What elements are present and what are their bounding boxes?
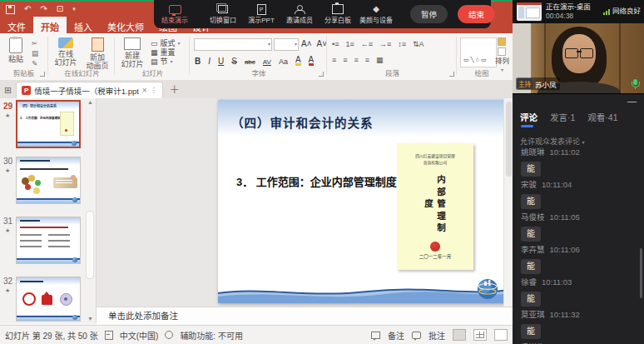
- animation-star-icon: ★: [5, 167, 10, 174]
- new-slide-button[interactable]: 新建 幻灯片: [118, 37, 146, 68]
- strikethrough-icon[interactable]: S: [231, 57, 237, 66]
- end-meeting-button[interactable]: 结束: [458, 5, 495, 23]
- document-tab[interactable]: P 情境一子情境一（税审计1.ppt × ⋮: [16, 82, 162, 98]
- font-dialog-launcher[interactable]: [319, 72, 324, 77]
- bold-icon[interactable]: B: [195, 57, 201, 66]
- online-slides-button[interactable]: 在线 幻灯片: [52, 37, 80, 67]
- screen-share-preview[interactable]: [517, 2, 542, 21]
- slide-thumbnail-32[interactable]: [16, 277, 81, 322]
- slide-thumbnail-31[interactable]: [16, 217, 81, 264]
- undo-icon[interactable]: ↶: [24, 5, 31, 13]
- paste-button[interactable]: 粘贴: [3, 37, 28, 63]
- internal-rules-document-image[interactable]: 四川红云建设项目管理 咨询有限公司 内部管理制度 二〇一二年一月: [397, 143, 473, 270]
- active-tab-underline: [521, 125, 533, 127]
- indent-right-icon[interactable]: →≡: [379, 40, 391, 48]
- section-button[interactable]: ▤ 节▾: [151, 57, 181, 66]
- end-show-button[interactable]: 结束演示: [161, 4, 189, 24]
- normal-view-button[interactable]: [453, 329, 466, 341]
- paste-icon: [9, 37, 22, 53]
- tab-comments[interactable]: 评论: [520, 111, 537, 123]
- tab-viewers[interactable]: 观看·41: [587, 111, 617, 123]
- char-spacing-icon[interactable]: AV: [263, 58, 271, 66]
- indent-left-icon[interactable]: ←≡: [361, 40, 373, 48]
- line-spacing-icon[interactable]: ↕≡: [398, 40, 406, 48]
- notes-toggle[interactable]: 备注: [388, 329, 404, 342]
- cut-icon[interactable]: ✂: [32, 39, 38, 47]
- align-left-icon[interactable]: ≡: [332, 56, 336, 64]
- bullets-icon[interactable]: •≡: [332, 40, 339, 48]
- slide-title[interactable]: （四）审计和会计的关系: [231, 113, 374, 131]
- doc-vertical-title: 内部管理制度: [423, 170, 448, 240]
- tab-speaking[interactable]: 发言·1: [550, 111, 575, 123]
- comments-toggle[interactable]: 批注: [429, 329, 445, 342]
- slide-sorter-view-button[interactable]: [473, 329, 487, 341]
- tab-beautify[interactable]: 美化大师: [100, 17, 151, 33]
- notes-panel[interactable]: 单击此处添加备注: [97, 307, 513, 326]
- spellcheck-icon[interactable]: [105, 331, 113, 340]
- tab-list-icon[interactable]: ⊞: [4, 85, 12, 96]
- thumb-logo-graphic: [22, 292, 36, 306]
- allow-comments-dropdown[interactable]: 允许观众发表评论 ▾: [520, 136, 585, 147]
- shapes-gallery[interactable]: ▭ ╲ ○ ▭ △ ◇ → ↓ ⌒ ~ { }: [460, 37, 497, 67]
- tab-file[interactable]: 文件: [0, 17, 33, 33]
- font-name-combo[interactable]: ▾: [194, 38, 272, 51]
- redo-icon[interactable]: ↷: [40, 5, 47, 13]
- comment-author: 李卉慧: [521, 245, 545, 254]
- thumb-scrollbar[interactable]: [86, 211, 94, 279]
- text-direction-icon[interactable]: ⇅A: [413, 40, 424, 48]
- format-painter-icon[interactable]: ✎: [32, 59, 38, 67]
- reading-view-button[interactable]: [494, 329, 508, 341]
- align-center-icon[interactable]: ≡: [343, 56, 347, 64]
- tab-home[interactable]: 开始: [33, 17, 67, 33]
- grow-font-icon[interactable]: A˄: [301, 39, 312, 48]
- italic-icon[interactable]: I: [208, 57, 211, 66]
- slide-body-text[interactable]: 3． 工作范围：企业内部管理制度: [236, 173, 397, 189]
- comment-list[interactable]: 姚晓琳10:11:02 能 宋骏10:11:04 能 马俊枝10:11:05 能…: [513, 147, 644, 344]
- slide-29: （四）审计和会计的关系 3． 工作范围：企业内部管理制度 四川红云建设项目管理 …: [218, 100, 509, 303]
- highlight-color-icon[interactable]: A: [295, 56, 301, 66]
- align-justify-icon[interactable]: ≡: [365, 56, 369, 64]
- pause-button[interactable]: 暂停: [410, 5, 448, 23]
- language-status[interactable]: 中文(中国): [120, 329, 159, 342]
- comment-text: 能: [521, 194, 541, 209]
- comment-text: 能: [521, 259, 541, 274]
- microphone-icon[interactable]: [632, 79, 639, 89]
- slideshow-icon[interactable]: ⊡: [57, 5, 63, 13]
- chat-scrollbar[interactable]: [640, 248, 642, 298]
- switch-window-button[interactable]: 切换窗口: [209, 4, 237, 24]
- comment-text: 能: [521, 324, 541, 339]
- font-size-combo[interactable]: ▾: [274, 38, 299, 51]
- host-video-tile[interactable]: 主持 苏小凤: [513, 23, 644, 93]
- clipboard-dialog-launcher[interactable]: [40, 72, 45, 77]
- invite-members-button[interactable]: 邀请成员: [285, 4, 314, 24]
- abc-strike-icon[interactable]: abc: [245, 58, 255, 66]
- numbering-icon[interactable]: 1≡: [345, 40, 354, 48]
- share-whiteboard-button[interactable]: 分享白板: [324, 4, 352, 24]
- quickbar-more-icon[interactable]: ▾: [72, 5, 76, 13]
- save-icon[interactable]: [6, 5, 15, 14]
- slide-thumbnail-30[interactable]: [16, 157, 81, 204]
- tab-insert[interactable]: 插入: [67, 17, 100, 33]
- canvas-scrollbar[interactable]: [503, 98, 513, 307]
- new-tab-icon[interactable]: ＋: [170, 82, 180, 96]
- close-tab-icon[interactable]: ×: [142, 86, 147, 95]
- underline-icon[interactable]: U: [218, 57, 224, 66]
- beauty-settings-button[interactable]: ◆ 美颜与设备: [362, 4, 390, 24]
- minimize-icon[interactable]: —: [627, 97, 637, 105]
- accessibility-status: 辅助功能: 不可用: [180, 329, 243, 342]
- thumb-scroll-down-icon[interactable]: ▼: [87, 316, 93, 322]
- tab-more-icon[interactable]: ⋮: [151, 87, 157, 94]
- thumb-scroll-up-icon[interactable]: ▲: [87, 99, 93, 105]
- change-case-icon[interactable]: Aa: [279, 57, 288, 66]
- columns-icon[interactable]: ▦: [376, 56, 384, 64]
- paragraph-dialog-launcher[interactable]: [449, 72, 454, 77]
- font-color-icon[interactable]: A: [309, 56, 315, 66]
- fill-color-chip[interactable]: [498, 37, 506, 46]
- online-slides-group-label: 在线幻灯片: [50, 67, 114, 77]
- slide-thumbnail-29[interactable]: （四）审计和会计的关系 3． 工作范围：企业内部管理制度: [16, 100, 81, 148]
- present-ppt-button[interactable]: P 演示PPT: [247, 4, 275, 24]
- new-anim-page-icon: [92, 37, 104, 52]
- new-anim-page-button[interactable]: 新加 动画页: [83, 37, 111, 70]
- align-right-icon[interactable]: ≡: [354, 56, 359, 64]
- copy-icon[interactable]: ▤: [32, 49, 38, 57]
